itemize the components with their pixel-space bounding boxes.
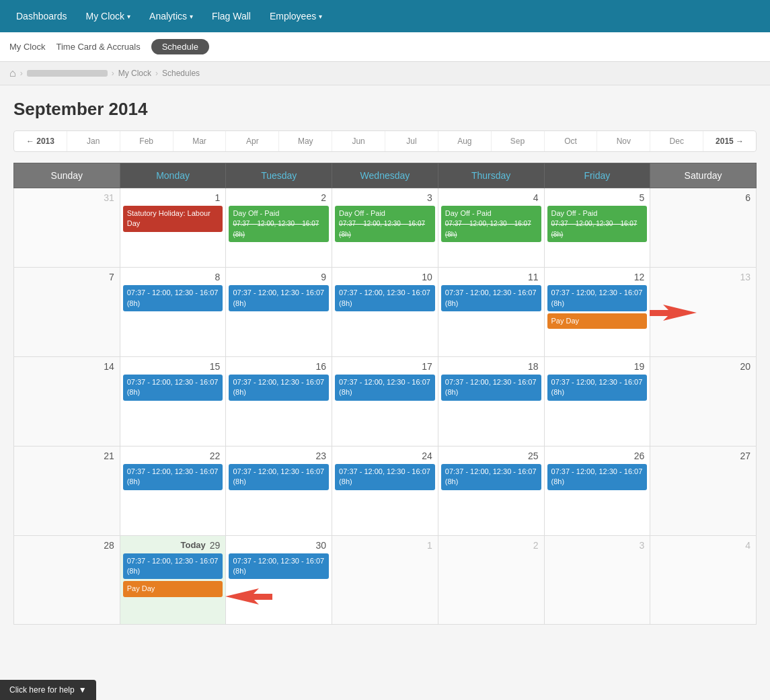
- day-num-16: 16: [229, 360, 329, 375]
- nav-jul[interactable]: Jul: [385, 131, 438, 151]
- nav-myclock-arrow: ▾: [127, 13, 130, 20]
- cell-sep3: 3 Day Off - Paid07:37 – 12:00, 12:30 – 1…: [332, 188, 438, 268]
- today-date-num: 29: [210, 540, 221, 551]
- cell-sep8: 8 07:37 - 12:00, 12:30 - 16:07 (8h): [120, 268, 226, 357]
- breadcrumb-sep-3: ›: [155, 69, 158, 78]
- event-sep24[interactable]: 07:37 - 12:00, 12:30 - 16:07 (8h): [335, 464, 435, 490]
- subnav-schedule[interactable]: Schedule: [151, 39, 209, 54]
- nav-sep[interactable]: Sep: [492, 131, 545, 151]
- nav-oct[interactable]: Oct: [545, 131, 598, 151]
- day-num-7: 7: [17, 270, 117, 285]
- nav-employees-arrow: ▾: [319, 13, 322, 20]
- cell-sep1: 1 Statutory Holiday: Labour Day: [120, 188, 226, 268]
- sub-nav: My Clock Time Card & Accruals Schedule: [0, 32, 770, 62]
- day-num-27: 27: [653, 449, 753, 464]
- nav-mar[interactable]: Mar: [174, 131, 227, 151]
- day-num-oct4: 4: [653, 539, 753, 553]
- day-num-14: 14: [17, 360, 117, 375]
- arrow-payday-29: [225, 585, 272, 611]
- day-num-15: 15: [123, 360, 223, 375]
- svg-rect-1: [650, 310, 671, 316]
- event-sep18[interactable]: 07:37 - 12:00, 12:30 - 16:07 (8h): [441, 375, 541, 401]
- nav-flagwall[interactable]: Flag Wall: [202, 0, 260, 32]
- event-sep25[interactable]: 07:37 - 12:00, 12:30 - 16:07 (8h): [441, 464, 541, 490]
- nav-myclock[interactable]: My Clock ▾: [77, 0, 141, 32]
- nav-feb[interactable]: Feb: [120, 131, 174, 151]
- nav-jan[interactable]: Jan: [67, 131, 120, 151]
- breadcrumb: ⌂ › › My Clock › Schedules: [0, 62, 770, 85]
- subnav-timecard[interactable]: Time Card & Accruals: [56, 39, 140, 54]
- cell-sep27: 27: [650, 446, 757, 535]
- event-sep19[interactable]: 07:37 - 12:00, 12:30 - 16:07 (8h): [547, 375, 648, 401]
- event-sep9[interactable]: 07:37 - 12:00, 12:30 - 16:07 (8h): [229, 285, 329, 311]
- event-sep5[interactable]: Day Off - Paid07:37 – 12:00, 12:30 – 16:…: [547, 206, 648, 242]
- event-sep26[interactable]: 07:37 - 12:00, 12:30 - 16:07 (8h): [547, 464, 648, 490]
- col-wednesday: Wednesday: [332, 163, 438, 188]
- event-labour-day[interactable]: Statutory Holiday: Labour Day: [123, 206, 223, 232]
- cell-sep25: 25 07:37 - 12:00, 12:30 - 16:07 (8h): [438, 446, 544, 535]
- home-icon[interactable]: ⌂: [9, 67, 16, 79]
- nav-nov[interactable]: Nov: [597, 131, 650, 151]
- day-num-30: 30: [229, 539, 329, 553]
- col-tuesday: Tuesday: [226, 163, 332, 188]
- event-sep30[interactable]: 07:37 - 12:00, 12:30 - 16:07 (8h): [229, 553, 329, 580]
- nav-dec[interactable]: Dec: [650, 131, 703, 151]
- event-sep29[interactable]: 07:37 - 12:00, 12:30 - 16:07 (8h): [123, 553, 223, 580]
- day-num-28: 28: [17, 539, 117, 553]
- day-num-today: Today 29: [123, 539, 223, 553]
- nav-aug[interactable]: Aug: [438, 131, 492, 151]
- event-sep15[interactable]: 07:37 - 12:00, 12:30 - 16:07 (8h): [123, 375, 223, 401]
- day-num-11: 11: [441, 270, 541, 285]
- subnav-timecard-label: Time Card & Accruals: [56, 42, 140, 52]
- event-sep16[interactable]: 07:37 - 12:00, 12:30 - 16:07 (8h): [229, 375, 329, 401]
- cell-sep18: 18 07:37 - 12:00, 12:30 - 16:07 (8h): [438, 356, 544, 446]
- day-num-13: 13: [653, 270, 753, 285]
- nav-employees[interactable]: Employees ▾: [260, 0, 332, 32]
- nav-analytics-arrow: ▾: [190, 13, 193, 20]
- event-sep22[interactable]: 07:37 - 12:00, 12:30 - 16:07 (8h): [123, 464, 223, 490]
- event-sep17[interactable]: 07:37 - 12:00, 12:30 - 16:07 (8h): [335, 375, 435, 401]
- month-title: September 2014: [13, 99, 757, 120]
- event-sep3[interactable]: Day Off - Paid07:37 – 12:00, 12:30 – 16:…: [335, 206, 435, 242]
- nav-jun[interactable]: Jun: [332, 131, 385, 151]
- nav-dashboards[interactable]: Dashboards: [7, 0, 77, 32]
- today-label: Today: [181, 540, 206, 550]
- breadcrumb-sep-2: ›: [112, 69, 114, 78]
- col-monday: Monday: [120, 163, 226, 188]
- day-num-21: 21: [17, 449, 117, 464]
- breadcrumb-myclock[interactable]: My Clock: [118, 69, 151, 78]
- nav-apr[interactable]: Apr: [226, 131, 279, 151]
- nav-flagwall-label: Flag Wall: [212, 11, 251, 22]
- calendar-row-4: 21 22 07:37 - 12:00, 12:30 - 16:07 (8h) …: [14, 446, 757, 535]
- subnav-myclock[interactable]: My Clock: [9, 39, 45, 54]
- event-payday-29[interactable]: Pay Day: [123, 581, 223, 596]
- cell-oct1: 1: [332, 535, 438, 625]
- cell-sep30: 30 07:37 - 12:00, 12:30 - 16:07 (8h): [226, 535, 332, 625]
- day-num-26: 26: [547, 449, 648, 464]
- event-payday-12[interactable]: Pay Day: [547, 313, 648, 329]
- cell-oct3: 3: [544, 535, 650, 625]
- event-sep8[interactable]: 07:37 - 12:00, 12:30 - 16:07 (8h): [123, 285, 223, 311]
- event-sep23[interactable]: 07:37 - 12:00, 12:30 - 16:07 (8h): [229, 464, 329, 490]
- nav-may[interactable]: May: [279, 131, 332, 151]
- day-num-24: 24: [335, 449, 435, 464]
- event-sep4[interactable]: Day Off - Paid07:37 – 12:00, 12:30 – 16:…: [441, 206, 541, 242]
- event-sep11[interactable]: 07:37 - 12:00, 12:30 - 16:07 (8h): [441, 285, 541, 311]
- nav-analytics[interactable]: Analytics ▾: [140, 0, 202, 32]
- subnav-schedule-label: Schedule: [162, 42, 198, 52]
- event-sep12[interactable]: 07:37 - 12:00, 12:30 - 16:07 (8h): [547, 285, 648, 311]
- day-num-oct3: 3: [547, 539, 648, 553]
- cell-sep17: 17 07:37 - 12:00, 12:30 - 16:07 (8h): [332, 356, 438, 446]
- cell-oct2: 2: [438, 535, 544, 625]
- event-sep10[interactable]: 07:37 - 12:00, 12:30 - 16:07 (8h): [335, 285, 435, 311]
- arrow-payday-12: [650, 301, 697, 327]
- day-num-oct2: 2: [441, 539, 541, 553]
- day-num-20: 20: [653, 360, 753, 375]
- nav-next-year[interactable]: 2015 →: [703, 131, 756, 151]
- breadcrumb-schedules[interactable]: Schedules: [162, 69, 200, 78]
- nav-employees-label: Employees: [270, 11, 316, 22]
- day-num-18: 18: [441, 360, 541, 375]
- event-sep2[interactable]: Day Off - Paid07:37 – 12:00, 12:30 – 16:…: [229, 206, 329, 242]
- nav-prev-year[interactable]: ← 2013: [14, 131, 67, 151]
- cell-sep14: 14: [14, 356, 120, 446]
